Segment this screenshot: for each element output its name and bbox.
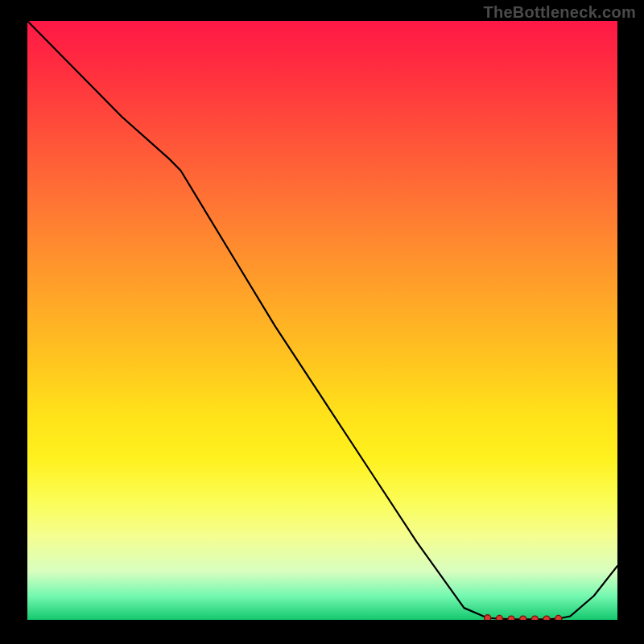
marker-point xyxy=(555,615,562,620)
marker-point xyxy=(508,616,514,620)
marker-group xyxy=(485,615,562,620)
attribution-text: TheBottleneck.com xyxy=(483,3,636,22)
plot-svg xyxy=(27,21,617,620)
chart-frame: TheBottleneck.com xyxy=(0,0,644,644)
marker-point xyxy=(520,616,526,620)
bottleneck-curve xyxy=(27,21,617,619)
marker-point xyxy=(496,615,502,620)
marker-point xyxy=(531,616,538,620)
marker-point xyxy=(485,615,491,620)
marker-point xyxy=(543,616,550,620)
plot-area xyxy=(27,21,617,620)
